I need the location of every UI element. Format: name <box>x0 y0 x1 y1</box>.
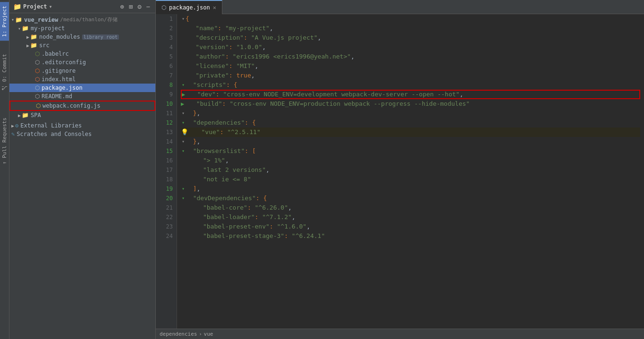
tab-label: package.json <box>169 4 210 11</box>
tree-item-external-libraries[interactable]: ▶ ⚙ External Libraries <box>9 121 155 130</box>
fold-arrow-15[interactable]: ▾ <box>182 146 185 156</box>
file-icon-readme: ⬡ <box>35 93 40 100</box>
tree-label-vue-review: vue_review <box>24 17 58 23</box>
code-key: "dependencies" <box>193 118 245 127</box>
project-title: Project <box>23 3 47 10</box>
tree-item-webpack-config[interactable]: ⬡ webpack.config.js ◄ <box>9 101 155 111</box>
line-num-22: 22 <box>160 212 173 222</box>
vertical-tab-pull-requests[interactable]: ↑ Pull Requests <box>0 114 8 168</box>
code-comma: , <box>266 165 270 175</box>
layout-icon[interactable]: ⊞ <box>127 2 134 11</box>
code-line-1: ▾ { <box>181 14 640 24</box>
code-colon: : <box>220 127 228 137</box>
code-key: "scripts" <box>193 80 226 90</box>
indent <box>181 42 195 52</box>
tree-item-scratches[interactable]: ✎ Scratches and Consoles <box>9 130 155 138</box>
fold-arrow-19[interactable]: ▾ <box>182 184 185 194</box>
fold-arrow-12[interactable]: ▾ <box>182 118 185 127</box>
fold-arrow-14[interactable]: ▾ <box>182 137 185 146</box>
code-comma: , <box>225 156 229 165</box>
tree-item-vue-review[interactable]: ▾ 📁 vue_review /media/thanlon/存储 <box>9 15 155 24</box>
code-comma: , <box>270 24 273 33</box>
fold-arrow-1[interactable]: ▾ <box>182 14 185 24</box>
indent <box>186 90 197 99</box>
indent <box>186 194 193 203</box>
indent <box>181 52 195 61</box>
line-num-7: 7 <box>160 71 173 80</box>
tree-item-readme[interactable]: ⬡ README.md <box>9 92 155 101</box>
fold-arrow-11[interactable]: ▾ <box>182 109 185 118</box>
tab-package-json[interactable]: ⬡ package.json ✕ <box>156 0 222 14</box>
fold-arrow-8[interactable]: ▾ <box>182 80 185 90</box>
path-label: /media/thanlon/存储 <box>60 16 117 23</box>
tree-item-package-json[interactable]: ⬡ package.json <box>9 84 155 92</box>
tab-bar: ⬡ package.json ✕ <box>156 0 644 14</box>
code-colon: : <box>229 61 237 71</box>
run-arrow-10[interactable]: ▶ <box>181 99 184 109</box>
tree-label-scratches: Scratches and Consoles <box>17 131 92 137</box>
code-colon: : <box>247 203 255 212</box>
indent <box>186 109 193 118</box>
code-line-17: "last 2 versions" , <box>181 165 640 175</box>
code-key: "author" <box>195 52 225 61</box>
line-num-17: 17 <box>160 165 173 175</box>
code-key: "devDependencies" <box>193 194 256 203</box>
code-line-16: "> 1%" , <box>181 156 640 165</box>
code-val: "cross-env NODE_ENV=development webpack-… <box>223 90 460 99</box>
code-comma: , <box>255 61 259 71</box>
vertical-tab-project[interactable]: 1: Project <box>0 2 9 41</box>
minimize-icon[interactable]: − <box>145 2 152 11</box>
code-line-3: "description" : "A Vue.js project" , <box>181 33 640 42</box>
run-arrow-9[interactable]: ▶ <box>182 90 185 99</box>
code-val: "last 2 versions" <box>203 165 266 175</box>
tree-item-editorconfig[interactable]: ⬡ .editorconfig <box>9 58 155 67</box>
file-icon-babelrc: ⬡ <box>35 51 40 57</box>
line-num-24: 24 <box>160 231 173 241</box>
breadcrumb-arrow: › <box>199 331 202 337</box>
tree-item-spa[interactable]: ▶ 📁 SPA <box>9 111 155 119</box>
settings-icon[interactable]: ⚙ <box>136 2 143 11</box>
tree-item-node-modules[interactable]: ▶ 📁 node_modules library root <box>9 33 155 41</box>
tree-item-index-html[interactable]: ⬡ index.html <box>9 75 155 84</box>
line-num-3: 3 <box>160 33 173 42</box>
code-val-bool: true <box>236 71 251 80</box>
tree-label-babelrc: .babelrc <box>42 51 69 57</box>
code-comma: , <box>197 184 201 194</box>
vertical-tab-commit[interactable]: ⎇ 0: Commit <box>0 50 8 95</box>
line-num-21: 21 <box>160 203 173 212</box>
code-line-14: ▾ } , <box>181 137 640 146</box>
breadcrumb-dependencies[interactable]: dependencies <box>160 331 197 337</box>
code-comma: , <box>262 42 266 52</box>
tree-label-src: src <box>39 42 50 49</box>
tree-item-babelrc[interactable]: ⬡ .babelrc <box>9 50 155 58</box>
code-key: "babel-core" <box>203 203 247 212</box>
file-icon-editorconfig: ⬡ <box>35 59 40 66</box>
code-token: { <box>186 14 189 24</box>
project-icon: 📁 <box>13 3 21 10</box>
indent <box>185 99 196 109</box>
code-editor[interactable]: ▾ { "name" : "my-project" , "description… <box>177 14 644 329</box>
expand-arrow: ▾ <box>11 17 14 22</box>
line-num-10: 10 <box>160 99 173 109</box>
side-panel: 📁 Project ▾ ⊕ ⊞ ⚙ − ▾ 📁 vue_review /medi… <box>9 0 156 339</box>
add-icon[interactable]: ⊕ <box>119 2 125 11</box>
project-dropdown-icon[interactable]: ▾ <box>49 3 52 10</box>
hint-bulb-13[interactable]: 💡 <box>181 127 188 137</box>
indent <box>181 175 203 184</box>
code-key: "license" <box>195 61 229 71</box>
tree-item-src[interactable]: ▶ 📁 src <box>9 41 155 50</box>
side-header-icons: ⊕ ⊞ ⚙ − <box>119 2 152 11</box>
file-icon-html: ⬡ <box>35 76 40 83</box>
tree-item-gitignore[interactable]: ⬡ .gitignore <box>9 67 155 75</box>
tree-item-my-project[interactable]: ▾ 📁 my-project <box>9 24 155 33</box>
breadcrumb-vue[interactable]: vue <box>204 331 213 337</box>
tree-label-package-json: package.json <box>42 85 83 91</box>
tree-label-readme: README.md <box>42 93 72 100</box>
scratches-icon: ✎ <box>11 131 15 137</box>
code-colon: : <box>229 71 237 80</box>
code-key: "private" <box>195 71 229 80</box>
tab-close-button[interactable]: ✕ <box>213 4 216 11</box>
fold-arrow-20[interactable]: ▾ <box>182 194 185 203</box>
code-val: "^2.5.11" <box>227 127 260 137</box>
tree-label-index-html: index.html <box>42 76 76 83</box>
